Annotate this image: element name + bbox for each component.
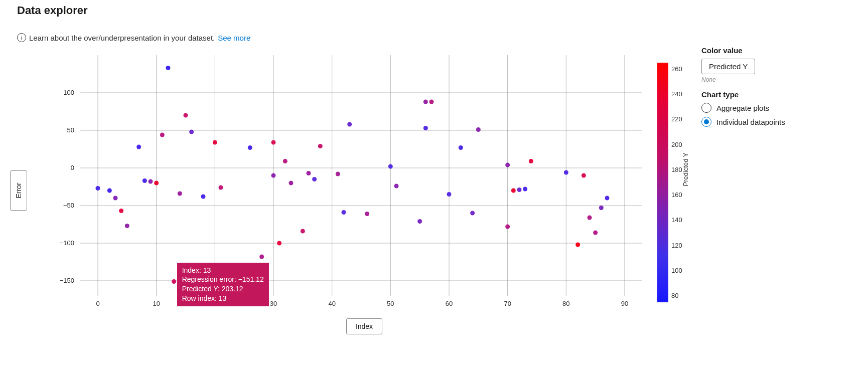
radio-icon [701, 117, 711, 127]
see-more-link[interactable]: See more [218, 34, 250, 42]
datapoint[interactable] [271, 173, 276, 178]
datapoint[interactable] [417, 219, 422, 224]
svg-text:30: 30 [270, 300, 277, 307]
svg-text:−100: −100 [60, 239, 74, 247]
datapoint[interactable] [336, 172, 340, 176]
svg-text:50: 50 [387, 300, 394, 307]
datapoint[interactable] [529, 159, 533, 163]
svg-text:20: 20 [211, 300, 218, 307]
svg-text:60: 60 [446, 300, 453, 307]
colorbar-tick: 180 [671, 166, 682, 173]
datapoint[interactable] [119, 209, 123, 213]
datapoint[interactable] [154, 181, 159, 185]
colorbar-tick: 140 [671, 216, 682, 224]
datapoint[interactable] [593, 231, 598, 235]
datapoint[interactable] [96, 186, 100, 191]
colorbar-tick: 120 [671, 242, 682, 249]
datapoint[interactable] [172, 279, 176, 284]
datapoint[interactable] [423, 100, 428, 104]
datapoint[interactable] [318, 144, 323, 148]
chart-area: Error Index 0102030405060708090−150−100−… [10, 50, 652, 341]
datapoint[interactable] [388, 164, 393, 169]
datapoint[interactable] [564, 170, 568, 175]
datapoint[interactable] [347, 122, 352, 127]
y-axis-selector-button[interactable]: Error [10, 170, 27, 211]
svg-text:−50: −50 [63, 202, 74, 209]
page-title: Data explorer [17, 4, 88, 17]
datapoint[interactable] [219, 185, 223, 190]
side-panel: Color value Predicted Y None Chart type … [701, 46, 857, 131]
datapoint[interactable] [283, 159, 287, 163]
color-value-button[interactable]: Predicted Y [701, 59, 755, 74]
svg-text:40: 40 [328, 300, 335, 307]
datapoint[interactable] [342, 210, 346, 215]
colorbar-tick: 200 [671, 141, 682, 148]
svg-text:50: 50 [67, 126, 74, 134]
colorbar-tick: 100 [671, 267, 682, 274]
datapoint[interactable] [523, 187, 527, 192]
datapoint[interactable] [307, 171, 311, 175]
datapoint[interactable] [365, 212, 369, 216]
datapoint[interactable] [588, 216, 592, 220]
datapoint[interactable] [289, 181, 294, 185]
datapoint[interactable] [189, 130, 194, 134]
datapoint[interactable] [394, 184, 399, 189]
chart-type-radio[interactable]: Individual datapoints [701, 117, 857, 127]
svg-text:70: 70 [504, 300, 511, 307]
colorbar-tick: 220 [671, 115, 682, 123]
datapoint[interactable] [248, 145, 252, 150]
x-axis-selector-button[interactable]: Index [346, 318, 382, 334]
subtitle-row: i Learn about the over/underpresentation… [17, 33, 250, 42]
datapoint[interactable] [459, 145, 463, 150]
datapoint[interactable] [429, 100, 434, 104]
colorbar-tick: 80 [671, 292, 678, 299]
datapoint[interactable] [160, 133, 165, 137]
datapoint[interactable] [470, 211, 475, 216]
datapoint[interactable] [599, 206, 604, 210]
subtitle-text: Learn about the over/underpresentation i… [29, 34, 215, 42]
datapoint[interactable] [213, 140, 217, 145]
datapoint[interactable] [312, 177, 317, 181]
svg-text:80: 80 [562, 300, 569, 307]
datapoint[interactable] [271, 140, 276, 145]
datapoint[interactable] [178, 192, 182, 196]
datapoint[interactable] [136, 145, 141, 149]
datapoint[interactable] [423, 126, 428, 130]
info-icon: i [17, 33, 26, 42]
colorbar-gradient [657, 63, 668, 302]
scatter-plot[interactable]: 0102030405060708090−150−100−50050100 [40, 50, 647, 311]
radio-label: Individual datapoints [716, 118, 785, 126]
datapoint[interactable] [277, 241, 281, 246]
datapoint[interactable] [582, 173, 586, 178]
svg-text:10: 10 [153, 300, 160, 307]
svg-text:0: 0 [96, 300, 99, 307]
datapoint[interactable] [259, 255, 264, 259]
datapoint[interactable] [575, 243, 580, 247]
datapoint[interactable] [107, 189, 112, 193]
datapoint[interactable] [511, 189, 516, 193]
datapoint[interactable] [113, 196, 118, 201]
datapoint[interactable] [605, 196, 610, 201]
colorbar-tick: 260 [671, 65, 682, 73]
datapoint[interactable] [201, 195, 206, 199]
svg-text:0: 0 [71, 164, 74, 171]
datapoint[interactable] [447, 192, 452, 197]
datapoint[interactable] [505, 225, 510, 229]
datapoint[interactable] [184, 113, 188, 118]
svg-text:90: 90 [621, 300, 628, 307]
radio-label: Aggregate plots [716, 104, 769, 112]
datapoint[interactable] [301, 229, 305, 234]
datapoint[interactable] [505, 163, 510, 167]
svg-text:−150: −150 [60, 277, 74, 284]
datapoint[interactable] [517, 187, 522, 192]
datapoint[interactable] [476, 127, 481, 132]
chart-type-label: Chart type [701, 90, 857, 99]
colorbar-tick: 240 [671, 90, 682, 98]
colorbar-tick: 160 [671, 191, 682, 199]
svg-text:100: 100 [63, 89, 74, 96]
datapoint[interactable] [166, 66, 171, 70]
datapoint[interactable] [142, 178, 147, 183]
datapoint[interactable] [125, 224, 129, 228]
datapoint[interactable] [149, 179, 153, 184]
chart-type-radio[interactable]: Aggregate plots [701, 103, 857, 113]
